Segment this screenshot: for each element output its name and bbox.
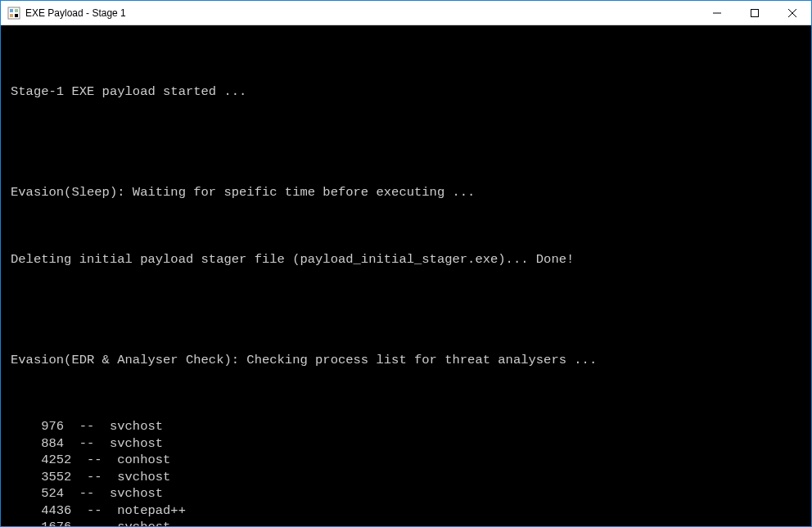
- console-line: [11, 285, 801, 301]
- svg-rect-3: [10, 14, 13, 17]
- process-row: 524 -- svchost: [11, 485, 801, 502]
- maximize-button[interactable]: [736, 1, 774, 25]
- console-line: Deleting initial payload stager file (pa…: [11, 251, 801, 268]
- process-row: 884 -- svchost: [11, 435, 801, 452]
- console-line: [11, 117, 801, 133]
- svg-rect-2: [15, 9, 18, 12]
- console-line: [11, 218, 801, 234]
- console-line: [11, 385, 801, 402]
- close-button[interactable]: [774, 1, 811, 25]
- minimize-button[interactable]: [698, 1, 736, 25]
- console-line: [11, 151, 801, 167]
- process-row: 1676 -- svchost: [11, 519, 801, 526]
- svg-rect-1: [10, 9, 13, 12]
- process-row: 976 -- svchost: [11, 418, 801, 435]
- console-line: Evasion(EDR & Analyser Check): Checking …: [11, 352, 801, 368]
- titlebar[interactable]: EXE Payload - Stage 1: [1, 1, 811, 25]
- app-icon: [7, 7, 20, 20]
- svg-rect-4: [15, 14, 18, 17]
- console-line: [11, 50, 801, 66]
- svg-rect-6: [751, 9, 759, 16]
- console-line: [11, 318, 801, 335]
- console-line: Stage-1 EXE payload started ...: [11, 83, 801, 100]
- console-line: Evasion(Sleep): Waiting for speific time…: [11, 184, 801, 200]
- app-window: EXE Payload - Stage 1 Stage-1 EXE payloa…: [0, 0, 812, 527]
- window-title: EXE Payload - Stage 1: [25, 7, 698, 19]
- window-controls: [698, 1, 811, 25]
- process-row: 4436 -- notepad++: [11, 502, 801, 519]
- process-row: 4252 -- conhost: [11, 452, 801, 468]
- console-output: Stage-1 EXE payload started ... Evasion(…: [1, 25, 811, 526]
- process-row: 3552 -- svchost: [11, 469, 801, 485]
- process-list: 976 -- svchost 884 -- svchost 4252 -- co…: [11, 418, 801, 526]
